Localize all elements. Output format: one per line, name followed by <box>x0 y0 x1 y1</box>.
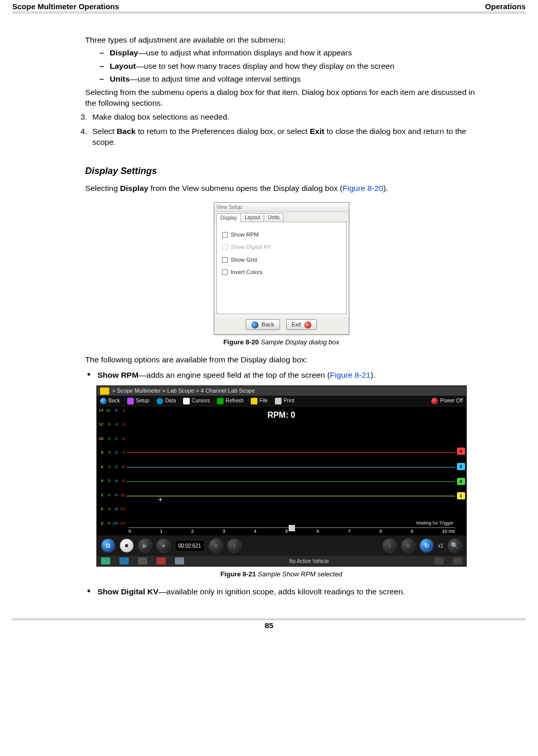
channel-marker-3[interactable]: 3 <box>457 463 465 470</box>
playback-controls: ⧉ ■ ▶ ● 00:02:621 « ‹ › » ↻ x1 🔍 <box>97 535 466 556</box>
channel-marker-2[interactable]: 2 <box>457 478 465 485</box>
toolbar-refresh[interactable]: Refresh <box>217 397 244 404</box>
zoom-button[interactable]: 🔍 <box>448 538 462 553</box>
running-head-right: Operations <box>485 2 526 11</box>
tab-layout[interactable]: Layout <box>241 213 264 222</box>
back-arrow-icon: ← <box>251 321 258 328</box>
cursors-icon <box>183 398 190 404</box>
running-head-left: Scope Multimeter Operations <box>12 2 119 11</box>
option-show-digital-kv: Show Digital KV—available only in igniti… <box>85 586 477 597</box>
submenu-item: Layout—use to set how many traces displa… <box>99 61 477 71</box>
power-icon <box>431 398 438 404</box>
status-text: No Active Vehicle <box>193 558 425 565</box>
submenu-item: Display—use to adjust what information d… <box>99 47 477 58</box>
rewind-fast-button[interactable]: « <box>209 538 223 553</box>
figure-8-20-dialog: View Setup Display Layout Units Show RPM… <box>214 202 349 335</box>
figure-8-21-caption: Figure 8-21 Sample Show RPM selected <box>85 570 477 579</box>
home-icon[interactable] <box>100 387 109 395</box>
section-heading: Display Settings <box>85 165 477 178</box>
option-show-rpm: Show RPM—adds an engine speed field at t… <box>85 370 477 380</box>
dialog-button-bar: ←Back Exit→ <box>214 317 349 334</box>
toolbar-power-off[interactable]: Power Off <box>431 397 463 404</box>
tab-units[interactable]: Units <box>264 213 284 222</box>
dialog-title: View Setup <box>214 203 349 212</box>
breadcrumb-text: > Scope Multimeter > Lab Scope > 4 Chann… <box>112 387 255 395</box>
step-item: 3.Make dialog box selections as needed. <box>75 111 477 122</box>
step-back-button[interactable]: ‹ <box>227 538 242 553</box>
stop-button[interactable]: ■ <box>119 538 134 553</box>
scope-graph[interactable]: RPM: 0 14121086420-21086420-2-4-66420-2-… <box>97 406 466 527</box>
trace-ch3 <box>127 467 455 468</box>
toolbar-cursors[interactable]: Cursors <box>183 397 210 404</box>
channel-marker-4[interactable]: 4 <box>457 448 465 455</box>
status-icon[interactable] <box>175 557 184 565</box>
after-fig820-text: The following options are available from… <box>85 354 477 365</box>
status-icon[interactable] <box>138 557 147 565</box>
loop-button[interactable]: ↻ <box>420 538 434 553</box>
file-icon <box>251 398 257 404</box>
status-battery-icon <box>453 557 462 565</box>
toolbar-data[interactable]: Data <box>156 397 176 404</box>
snapshot-button[interactable]: ⧉ <box>101 538 115 553</box>
zoom-level: x1 <box>438 542 444 550</box>
submenu-item: Units—use to adjust time and voltage int… <box>99 73 477 84</box>
figure-link[interactable]: Figure 8-21 <box>330 371 370 379</box>
back-button[interactable]: ←Back <box>246 319 280 330</box>
checkbox-show-digital-kv: Show Digital KV <box>222 243 341 251</box>
after-submenu-text: Selecting from the submenu opens a dialo… <box>85 87 477 109</box>
header-rule <box>12 12 526 14</box>
trace-ch1 <box>127 496 455 496</box>
data-icon <box>156 398 163 404</box>
step-list: 3.Make dialog box selections as needed. … <box>75 111 477 147</box>
toolbar-setup[interactable]: Setup <box>127 397 149 404</box>
status-vehicle-icon[interactable] <box>156 557 166 565</box>
figure-8-20-caption: Figure 8-20 Sample Display dialog box <box>85 338 477 347</box>
fwd-fast-button[interactable]: » <box>401 538 415 553</box>
exit-button[interactable]: Exit→ <box>286 319 317 330</box>
play-button[interactable]: ▶ <box>138 538 152 553</box>
time-slider[interactable] <box>129 525 455 530</box>
refresh-icon <box>217 398 224 404</box>
toolbar-print[interactable]: Print <box>275 397 294 404</box>
channel-marker-1[interactable]: 1 <box>457 492 465 499</box>
step-item: 4.Select Back to return to the Preferenc… <box>75 126 477 148</box>
checkbox-show-rpm[interactable]: Show RPM <box>222 231 341 239</box>
checkbox-icon <box>222 244 228 250</box>
toolbar-file[interactable]: File <box>251 397 268 404</box>
step-fwd-button[interactable]: › <box>383 538 397 553</box>
trace-area <box>127 406 455 527</box>
submenu-list: Display—use to adjust what information d… <box>99 47 477 84</box>
status-tool-icon[interactable] <box>119 557 129 565</box>
x-axis: 012345678910 ms <box>97 527 466 535</box>
checkbox-show-grid[interactable]: Show Grid <box>222 256 341 264</box>
tab-display[interactable]: Display <box>216 214 242 222</box>
elapsed-time: 00:02:621 <box>175 540 205 552</box>
print-icon <box>275 398 282 404</box>
slider-thumb-icon[interactable] <box>289 525 295 531</box>
status-home-icon[interactable] <box>101 557 110 565</box>
dialog-body: Show RPM Show Digital KV Show Grid Inver… <box>216 222 347 314</box>
dialog-tabbar: Display Layout Units <box>214 212 349 222</box>
footer-rule <box>12 618 526 620</box>
setup-icon <box>127 398 134 404</box>
record-button[interactable]: ● <box>156 538 171 553</box>
trace-ch2 <box>127 481 455 482</box>
status-bar: No Active Vehicle <box>97 556 466 566</box>
trace-ch4 <box>127 452 455 453</box>
channel-markers: 4 3 2 1 <box>456 406 465 527</box>
scope-toolbar: Back Setup Data Cursors Refresh File Pri… <box>97 396 466 406</box>
checkbox-icon <box>222 232 228 238</box>
status-signal-icon <box>434 557 444 565</box>
figure-link[interactable]: Figure 8-20 <box>343 184 383 192</box>
breadcrumb-bar: > Scope Multimeter > Lab Scope > 4 Chann… <box>97 386 466 396</box>
back-icon <box>100 398 107 404</box>
checkbox-invert-colors[interactable]: Invert Colors <box>222 268 341 276</box>
cursor-cross-icon[interactable]: + <box>158 495 163 505</box>
page-number: 85 <box>12 621 526 630</box>
figure-8-21-screenshot: > Scope Multimeter > Lab Scope > 4 Chann… <box>96 385 467 567</box>
checkbox-icon <box>222 257 228 263</box>
intro-text: Three types of adjustment are available … <box>85 34 477 45</box>
section-lead: Selecting Display from the View submenu … <box>85 183 477 193</box>
checkbox-icon <box>222 269 228 275</box>
toolbar-back[interactable]: Back <box>100 397 120 404</box>
